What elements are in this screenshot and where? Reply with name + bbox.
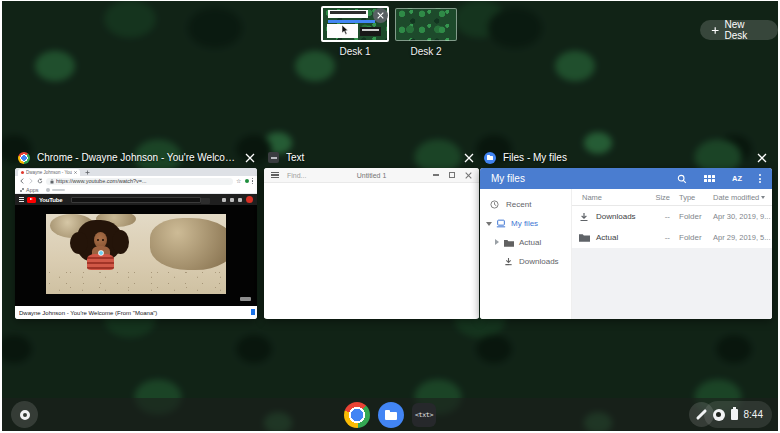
red-top bbox=[87, 254, 114, 270]
download-icon bbox=[504, 257, 513, 266]
scroll-accent bbox=[251, 309, 255, 315]
chrome-tab-title: Dwayne Johnson - You'r... bbox=[26, 170, 72, 175]
files-titlebar: My files AZ bbox=[480, 168, 772, 189]
text-app-icon bbox=[268, 152, 279, 163]
address-bar: https://www.youtube.com/watch?v=... bbox=[46, 178, 233, 185]
sidebar-item-downloads: Downloads bbox=[480, 252, 571, 271]
desk-1-mini-window-1 bbox=[328, 10, 368, 18]
chrome-window-title: Chrome - Dwayne Johnson - You're Welcome… bbox=[37, 152, 236, 163]
files-window-header: Files - My files bbox=[484, 150, 769, 165]
avatar bbox=[246, 196, 253, 203]
bookmark-star-icon: ☆ bbox=[236, 178, 241, 184]
desk-1-mini-blue-strip bbox=[328, 20, 375, 24]
minimize-icon bbox=[433, 174, 439, 176]
column-date-modified: Date modified bbox=[706, 193, 772, 202]
clock-time: 8:44 bbox=[744, 409, 763, 420]
text-window-preview[interactable]: Find... Untitled 1 bbox=[264, 168, 479, 319]
file-name: Downloads bbox=[596, 212, 644, 221]
files-window-title: Files - My files bbox=[503, 152, 748, 163]
chromeos-overview-screen: Desk 1 Desk 2 New Desk Chrome - Dwayne J… bbox=[0, 0, 780, 433]
view-toggle-icon bbox=[704, 175, 715, 182]
chrome-window-close-button[interactable] bbox=[243, 151, 257, 165]
desk-2-thumbnail[interactable] bbox=[395, 8, 457, 41]
shelf-text-app-icon[interactable]: <txt> bbox=[412, 403, 436, 427]
chrome-icon bbox=[18, 152, 30, 164]
files-body: Recent My files Actual bbox=[480, 189, 772, 319]
sidebar-label: Recent bbox=[480, 200, 531, 209]
file-type: Folder bbox=[670, 212, 706, 221]
files-window-preview[interactable]: My files AZ Recent bbox=[480, 168, 772, 319]
text-window-close-button[interactable] bbox=[462, 151, 476, 165]
player-controls-hint bbox=[240, 297, 251, 301]
shelf: <txt> 8:44 bbox=[2, 398, 778, 431]
chrome-tab-strip: Dwayne Johnson - You'r... bbox=[15, 168, 257, 176]
lock-icon bbox=[50, 179, 54, 184]
search-icon bbox=[677, 174, 687, 184]
download-icon bbox=[572, 212, 596, 222]
file-type: Folder bbox=[670, 233, 706, 242]
youtube-search-box bbox=[71, 197, 201, 203]
bookmark-item bbox=[46, 188, 65, 192]
cursor-icon bbox=[342, 25, 350, 35]
text-window-title: Text bbox=[286, 152, 455, 163]
chrome-window-preview[interactable]: Dwayne Johnson - You'r... https://www.yo… bbox=[15, 168, 257, 319]
file-row-actual: Actual -- Folder Apr 29, 2019, 5... bbox=[572, 227, 772, 248]
tab-close-icon bbox=[74, 171, 77, 174]
apps-grid-icon bbox=[20, 188, 24, 192]
notifications-icon bbox=[238, 198, 242, 202]
apps-icon bbox=[230, 198, 234, 202]
file-modified: Apr 30, 2019, 9... bbox=[706, 212, 772, 221]
sort-icon: AZ bbox=[732, 174, 742, 183]
plus-icon bbox=[711, 26, 719, 35]
video-title: Dwayne Johnson - You're Welcome (From "M… bbox=[19, 310, 179, 316]
desk-2-label: Desk 2 bbox=[395, 46, 457, 57]
new-tab-icon bbox=[85, 170, 90, 175]
apps-label: Apps bbox=[26, 187, 39, 193]
sidebar-label: Downloads bbox=[480, 257, 559, 266]
close-icon bbox=[464, 153, 474, 163]
moana-character bbox=[72, 220, 130, 294]
chevron-right-icon bbox=[495, 239, 499, 245]
launcher-icon bbox=[20, 410, 30, 420]
files-column-headers: Name Size Type Date modified bbox=[572, 189, 772, 206]
url-text: https://www.youtube.com/watch?v=... bbox=[56, 178, 147, 184]
extension-icon bbox=[245, 179, 249, 183]
files-empty-area bbox=[572, 248, 772, 319]
sidebar-item-recent: Recent bbox=[480, 195, 571, 214]
youtube-brand: YouTube bbox=[39, 197, 62, 203]
clock-icon bbox=[490, 200, 499, 209]
files-title: My files bbox=[491, 173, 660, 184]
files-window-close-button[interactable] bbox=[755, 151, 769, 165]
new-desk-button[interactable]: New Desk bbox=[700, 20, 778, 40]
desk-1-label: Desk 1 bbox=[321, 46, 389, 57]
rock bbox=[150, 218, 226, 270]
more-options-icon bbox=[759, 174, 761, 183]
shelf-files-icon[interactable] bbox=[378, 402, 404, 428]
forward-icon bbox=[28, 178, 34, 184]
sidebar-item-actual: Actual bbox=[480, 233, 571, 252]
shelf-chrome-icon[interactable] bbox=[344, 402, 370, 428]
youtube-masthead: YouTube bbox=[15, 194, 257, 205]
file-name: Actual bbox=[596, 233, 644, 242]
youtube-logo-icon bbox=[27, 197, 36, 203]
close-icon bbox=[465, 172, 472, 179]
files-list: Name Size Type Date modified Downloads -… bbox=[572, 189, 772, 319]
close-icon bbox=[757, 153, 767, 163]
youtube-menu-icon bbox=[19, 197, 24, 202]
chevron-down-icon bbox=[486, 222, 492, 226]
status-tray[interactable]: 8:44 bbox=[704, 401, 772, 428]
video-frame bbox=[46, 214, 226, 294]
bookmark-title-bar bbox=[52, 189, 65, 191]
chrome-active-tab: Dwayne Johnson - You'r... bbox=[18, 169, 80, 176]
window-controls bbox=[433, 172, 472, 179]
close-icon bbox=[245, 153, 255, 163]
battery-icon bbox=[731, 409, 738, 420]
sort-direction-icon bbox=[761, 196, 765, 199]
notification-icon bbox=[713, 409, 725, 421]
launcher-button[interactable] bbox=[11, 401, 38, 428]
youtube-favicon bbox=[21, 171, 24, 174]
sort-icon-label: AZ bbox=[732, 174, 742, 183]
back-icon bbox=[19, 178, 25, 184]
desk-1-close-button[interactable] bbox=[373, 8, 388, 23]
bookmark-apps: Apps bbox=[20, 187, 39, 193]
